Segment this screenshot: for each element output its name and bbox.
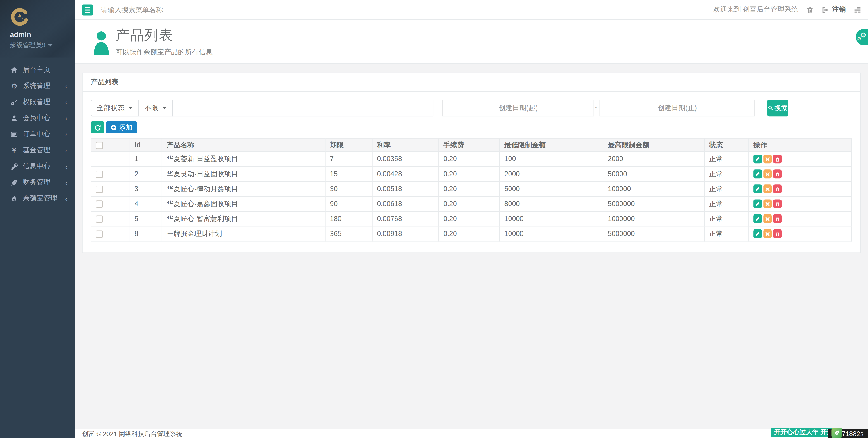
limit-dropdown[interactable]: 不限 [139,100,173,116]
sidebar-item-label: 订单中心 [23,129,65,139]
cell-fee: 0.20 [439,181,499,196]
cell-rate: 0.00918 [372,226,439,241]
product-table: id产品名称期限利率手续费最低限制金额最高限制金额状态操作 1华夏荟新·日益盈收… [91,139,852,241]
refresh-button[interactable] [91,121,104,134]
cell-term: 180 [325,211,372,226]
cell-actions [749,196,851,211]
add-button[interactable]: 添加 [106,121,137,134]
topbar-right: 欢迎来到 创富后台管理系统 注销 [713,5,862,14]
cell-min: 10000 [500,226,603,241]
sign-out-icon [822,6,829,13]
sidebar-item-wrench[interactable]: 信息中心‹ [0,158,75,174]
delete-button[interactable] [773,229,782,238]
status-dropdown[interactable]: 全部状态 [91,100,139,116]
cell-rate: 0.00358 [372,152,439,167]
marquee-badge: 开开心心过大年 开开 [771,427,837,437]
sidebar-item-key[interactable]: 权限管理‹ [0,94,75,110]
edit-button[interactable] [753,214,762,223]
page-subtitle: 可以操作余额宝产品的所有信息 [116,48,213,57]
page-heading: 产品列表 可以操作余额宝产品的所有信息 [75,20,868,64]
sidebar-item-gears[interactable]: ⚙系统管理‹ [0,78,75,94]
cell-id: 8 [130,226,162,241]
taskbar-icon[interactable] [854,6,861,13]
sidebar-item-leaf[interactable]: 财务管理‹ [0,174,75,191]
cell-status: 正常 [705,167,749,181]
leaf-badge-icon[interactable] [831,428,842,438]
sidebar-item-label: 会员中心 [23,114,65,123]
cell-max: 5000000 [603,196,704,211]
column-header: 手续费 [439,139,499,151]
user-icon [10,114,18,122]
sidebar-item-home[interactable]: 后台主页 [0,62,75,78]
trash-icon[interactable] [806,6,814,13]
close-button[interactable] [763,214,772,223]
edit-button[interactable] [753,199,762,208]
chevron-left-icon: ‹ [65,83,68,90]
sidebar: admin 超级管理员9 后台主页⚙系统管理‹权限管理‹会员中心‹订单中心‹¥基… [0,0,75,438]
delete-button[interactable] [773,170,782,178]
delete-button[interactable] [773,214,782,223]
sidebar-toggle-button[interactable] [82,4,93,15]
table-row: 4华夏匠心·嘉鑫固收项目900.006180.2080005000000正常 [91,196,852,211]
cell-status: 正常 [705,152,749,167]
keyword-input[interactable] [173,100,433,116]
caret-down-icon [48,44,53,47]
date-to-input[interactable] [600,100,755,116]
leaf-icon [10,178,18,187]
row-checkbox[interactable] [96,215,103,223]
close-button[interactable] [763,199,772,208]
select-all-checkbox[interactable] [96,142,103,149]
delete-button[interactable] [773,184,782,193]
edit-button[interactable] [753,170,762,178]
edit-button[interactable] [753,229,762,238]
home-icon [10,66,18,74]
search-button[interactable]: 搜索 [767,100,788,116]
cell-term: 365 [325,226,372,241]
cell-term: 30 [325,181,372,196]
chevron-left-icon: ‹ [65,179,68,186]
sidebar-item-label: 基金管理 [23,146,65,155]
cell-actions [749,152,851,167]
gear-icon: ⚙ [857,36,862,41]
edit-button[interactable] [753,154,762,163]
cell-actions [749,226,851,241]
delete-button[interactable] [773,199,782,208]
sidebar-item-flame[interactable]: 余额宝管理‹ [0,191,75,207]
cell-id: 2 [130,167,162,181]
chevron-left-icon: ‹ [65,163,68,170]
search-icon [768,105,773,111]
action-row: 添加 [91,121,852,134]
row-checkbox[interactable] [96,170,103,178]
cell-id: 3 [130,181,162,196]
cell-name: 王牌掘金理财计划 [162,226,325,241]
row-checkbox[interactable] [96,185,103,193]
sidebar-item-user[interactable]: 会员中心‹ [0,110,75,126]
column-header: 产品名称 [162,139,325,151]
panel-content: 全部状态 不限 ~ [83,92,860,253]
cell-rate: 0.00518 [372,181,439,196]
list-icon [10,130,18,139]
sidebar-item-label: 财务管理 [23,178,65,187]
row-checkbox[interactable] [96,200,103,207]
cell-max: 1000000 [603,211,704,226]
panel-title: 产品列表 [83,73,860,92]
filter-row: 全部状态 不限 ~ [91,100,852,116]
date-from-input[interactable] [442,100,594,116]
sidebar-item-yen[interactable]: ¥基金管理‹ [0,142,75,158]
product-panel: 产品列表 全部状态 不限 ~ [82,72,861,253]
admin-role-dropdown[interactable]: 超级管理员9 [10,41,74,49]
table-row: 3华夏匠心·律动月鑫项目300.005180.205000100000正常 [91,181,852,196]
close-button[interactable] [763,154,772,163]
row-checkbox[interactable] [96,230,103,237]
sidebar-item-label: 余额宝管理 [23,194,65,203]
close-button[interactable] [763,229,772,238]
sidebar-item-list[interactable]: 订单中心‹ [0,126,75,142]
delete-button[interactable] [773,154,782,163]
plus-circle-icon [111,124,117,130]
close-button[interactable] [763,170,772,178]
edit-button[interactable] [753,184,762,193]
date-separator: ~ [594,104,599,112]
close-button[interactable] [763,184,772,193]
logout-button[interactable]: 注销 [822,5,846,14]
menu-search-input[interactable] [101,6,267,13]
